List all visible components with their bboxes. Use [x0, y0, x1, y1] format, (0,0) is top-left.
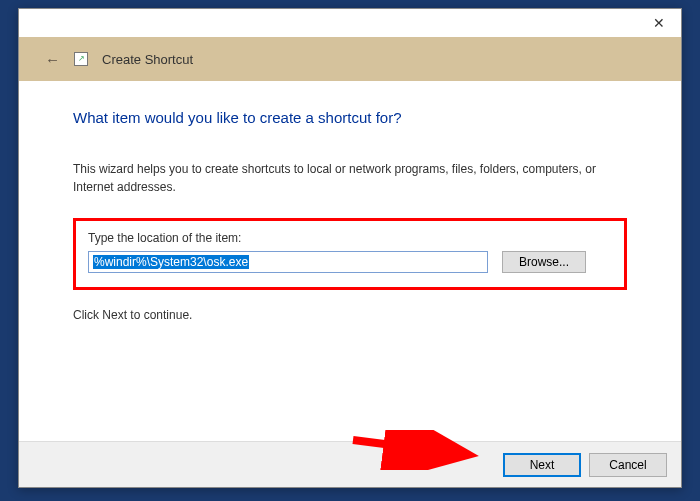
input-row: %windir%\System32\osk.exe Browse... — [88, 251, 612, 273]
titlebar: ✕ — [19, 9, 681, 37]
location-input[interactable]: %windir%\System32\osk.exe — [88, 251, 488, 273]
dialog-content: What item would you like to create a sho… — [19, 81, 681, 322]
dialog-title: Create Shortcut — [102, 52, 193, 67]
shortcut-icon: ↗ — [74, 52, 88, 66]
create-shortcut-dialog: ✕ ← ↗ Create Shortcut What item would yo… — [18, 8, 682, 488]
browse-button[interactable]: Browse... — [502, 251, 586, 273]
location-label: Type the location of the item: — [88, 231, 612, 245]
back-arrow-icon[interactable]: ← — [45, 51, 60, 68]
annotation-highlight-box: Type the location of the item: %windir%\… — [73, 218, 627, 290]
close-icon: ✕ — [653, 15, 665, 31]
location-input-selection: %windir%\System32\osk.exe — [93, 255, 249, 269]
close-button[interactable]: ✕ — [636, 9, 681, 37]
next-button[interactable]: Next — [503, 453, 581, 477]
description-text: This wizard helps you to create shortcut… — [73, 160, 627, 196]
dialog-header: ← ↗ Create Shortcut — [19, 37, 681, 81]
dialog-footer: Next Cancel — [19, 441, 681, 487]
cancel-button[interactable]: Cancel — [589, 453, 667, 477]
page-question: What item would you like to create a sho… — [73, 109, 627, 126]
continue-text: Click Next to continue. — [73, 308, 627, 322]
